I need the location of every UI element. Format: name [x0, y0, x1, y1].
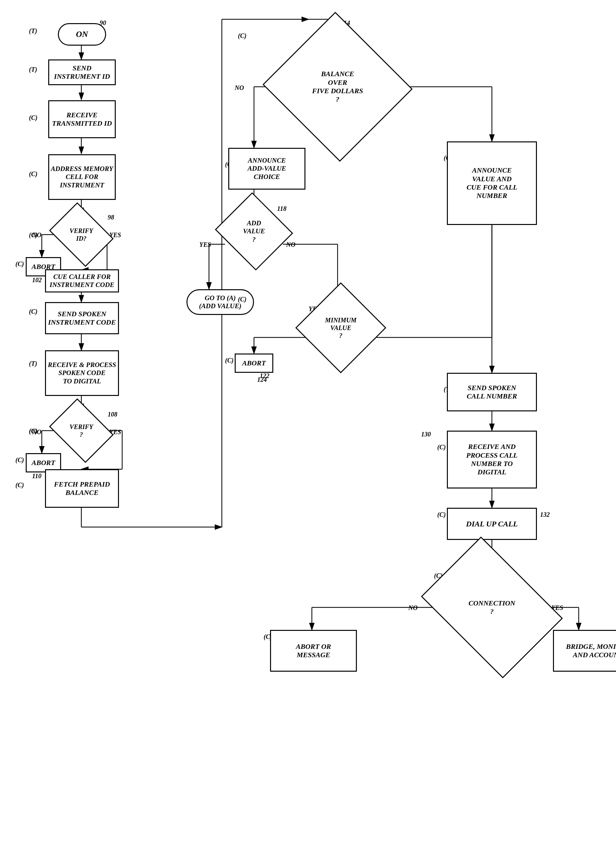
label-no-balance: NO [235, 84, 244, 92]
label-c-address: (C) [29, 170, 38, 178]
node-add-value: ADDVALUE? [225, 205, 283, 258]
label-c-abort3: (C) [225, 357, 234, 364]
label-no-add-value: NO [286, 241, 295, 248]
label-t-send-id: (T) [29, 66, 37, 73]
node-receive-process-spoken: RECEIVE & PROCESSSPOKEN CODETO DIGITAL [45, 350, 119, 396]
node-receive-transmitted-id: RECEIVETRANSMITTED ID [48, 100, 116, 138]
label-no-connection: NO [408, 604, 418, 612]
node-fetch-prepaid: FETCH PREPAIDBALANCE [45, 469, 119, 508]
node-balance-over-five: BALANCEOVERFIVE DOLLARS? [283, 35, 392, 138]
node-abort3: ABORT [235, 353, 273, 373]
node-verify-id: VERIFYID? [56, 215, 107, 254]
node-address-memory-cell: ADDRESS MEMORYCELL FORINSTRUMENT [48, 154, 116, 200]
ref-108: 108 [108, 411, 117, 418]
label-c-send-spoken: (C) [29, 308, 38, 315]
ref-110: 110 [32, 472, 41, 480]
label-t-receive-process: (T) [29, 360, 37, 367]
node-send-instrument-id: SENDINSTRUMENT ID [48, 60, 116, 85]
label-c-abort1: (C) [16, 261, 24, 268]
label-c-receive-call: (C) [437, 444, 446, 451]
ref-130: 130 [421, 431, 431, 438]
node-minimum-value: MINIMUMVALUE? [309, 296, 373, 360]
node-bridge-monitor: BRIDGE, MONITORAND ACCOUNT [553, 630, 616, 672]
label-c-minimum: (C) [238, 296, 247, 303]
node-send-spoken-instrument: SEND SPOKENINSTRUMENT CODE [45, 302, 119, 334]
flowchart-diagram: (T) 90 ON (T) SENDINSTRUMENT ID (C) 94 R… [0, 0, 616, 860]
node-verify2: VERIFY? [56, 411, 107, 450]
label-no-verify-id: NO [32, 231, 41, 239]
label-no-verify2: NO [32, 428, 41, 436]
node-dial-up-call: DIAL UP CALL [447, 508, 537, 540]
node-abort-message: ABORT ORMESSAGE [270, 630, 357, 672]
node-connection: CONNECTION? [434, 565, 550, 650]
label-yes-add-value: YES [200, 241, 211, 248]
ref-98: 98 [108, 214, 114, 221]
label-c-balance: (C) [238, 32, 247, 39]
node-send-spoken-call: SEND SPOKENCALL NUMBER [447, 373, 537, 411]
node-announce-value-cue: ANNOUNCEVALUE ANDCUE FOR CALLNUMBER [447, 141, 537, 225]
node-receive-process-call: RECEIVE ANDPROCESS CALLNUMBER TODIGITAL [447, 431, 537, 488]
node-on: ON [58, 23, 106, 46]
ref-122: 122 [260, 372, 269, 380]
label-c-dial-up: (C) [437, 511, 446, 518]
label-c-receive: (C) [29, 114, 38, 121]
node-announce-add-value: ANNOUNCEADD-VALUECHOICE [228, 148, 305, 190]
label-c-abort2: (C) [16, 456, 24, 464]
node-cue-caller: CUE CALLER FORINSTRUMENT CODE [45, 269, 119, 292]
ref-132: 132 [540, 511, 550, 518]
label-c-fetch: (C) [16, 482, 24, 489]
label-t-on: (T) [29, 27, 37, 35]
ref-102: 102 [32, 276, 42, 284]
